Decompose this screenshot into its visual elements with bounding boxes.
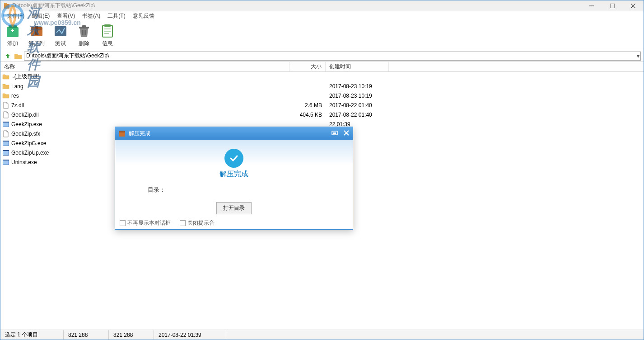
status-date: 2017-08-22 01:39: [154, 330, 226, 340]
file-type-icon: [2, 149, 9, 156]
file-row[interactable]: 7z.dll2.6 MB2017-08-22 01:40: [0, 100, 644, 110]
delete-button[interactable]: 删除: [76, 24, 92, 47]
file-row[interactable]: res2017-08-23 10:19: [0, 91, 644, 100]
checkbox-nosound[interactable]: 关闭提示音: [180, 219, 215, 227]
file-type-icon: [2, 130, 9, 137]
test-icon: [53, 24, 68, 39]
file-size: 404.5 KB: [289, 112, 326, 118]
status-size1: 821 288: [64, 330, 109, 340]
maximize-icon: [610, 4, 615, 8]
file-date: 2017-08-22 01:40: [326, 112, 389, 118]
statusbar: 选定 1 个项目 821 288 821 288 2017-08-22 01:3…: [0, 330, 644, 340]
svg-rect-33: [3, 151, 9, 155]
file-type-icon: [2, 121, 9, 128]
menu-edit[interactable]: 编辑(E): [28, 11, 53, 21]
file-size: 2.6 MB: [289, 102, 326, 109]
file-date: 2017-08-23 10:19: [326, 93, 389, 99]
file-type-icon: [2, 111, 9, 118]
dialog-footer: 不再显示本对话框 关闭提示音: [115, 217, 353, 229]
dialog-close-icon: [344, 130, 349, 136]
svg-rect-3: [4, 3, 7, 5]
minimize-button[interactable]: [581, 0, 602, 11]
path-input[interactable]: D:\tools\桌面\河东下载站\GeekZip\ ▾: [24, 52, 641, 61]
column-name[interactable]: 名称: [0, 62, 289, 71]
restore-icon: [331, 130, 338, 136]
dialog-restore-button[interactable]: [330, 129, 339, 137]
close-button[interactable]: [623, 0, 644, 11]
success-check-icon: [224, 149, 243, 168]
svg-rect-30: [3, 142, 9, 146]
up-arrow-icon: [4, 52, 11, 60]
svg-rect-14: [35, 26, 38, 35]
folder-icon: [14, 52, 22, 60]
checkbox-noshow[interactable]: 不再显示本对话框: [120, 219, 171, 227]
svg-rect-31: [3, 141, 9, 142]
status-selection: 选定 1 个项目: [0, 330, 64, 340]
checkbox-noshow-label: 不再显示本对话框: [127, 219, 171, 227]
titlebar: D:\tools\桌面\河东下载站\GeekZip\: [0, 0, 644, 11]
test-button[interactable]: 测试: [53, 24, 68, 47]
svg-rect-38: [119, 132, 125, 137]
minimize-icon: [589, 4, 594, 8]
info-button[interactable]: 信息: [100, 24, 115, 47]
menu-file[interactable]: 文件(F): [3, 11, 28, 21]
svg-rect-22: [104, 24, 111, 27]
file-type-icon: [2, 102, 9, 109]
svg-rect-27: [3, 123, 9, 127]
svg-rect-2: [4, 4, 9, 9]
add-button[interactable]: 添加: [5, 24, 20, 47]
info-icon: [100, 24, 115, 39]
svg-rect-39: [119, 131, 125, 132]
up-directory-button[interactable]: [3, 52, 12, 61]
maximize-button[interactable]: [602, 0, 623, 11]
open-directory-button[interactable]: 打开目录: [216, 202, 252, 214]
close-icon: [631, 4, 635, 8]
file-name: res: [11, 93, 289, 99]
file-date: 2017-08-22 01:40: [326, 102, 389, 109]
checkbox-nosound-label: 关闭提示音: [187, 219, 215, 227]
checkbox-box-icon: [120, 220, 126, 226]
file-type-icon: [2, 92, 9, 99]
add-label: 添加: [7, 40, 18, 47]
file-row[interactable]: ..(上级目录): [0, 72, 644, 81]
svg-rect-5: [610, 4, 615, 8]
svg-rect-36: [3, 161, 9, 165]
menu-bookmarks[interactable]: 书签(A): [79, 11, 104, 21]
extract-button[interactable]: 解压到: [28, 24, 45, 47]
svg-rect-34: [3, 150, 9, 151]
column-created[interactable]: 创建时间: [326, 62, 389, 71]
menu-view[interactable]: 查看(V): [53, 11, 79, 21]
svg-rect-10: [12, 29, 13, 32]
extract-icon: [29, 24, 44, 39]
column-headers: 名称 大小 创建时间: [0, 62, 644, 72]
dialog-close-button[interactable]: [342, 129, 351, 137]
extract-complete-dialog: 解压完成 解压完成 目录： 打开目录 不再显示本对话框 关闭提示音: [115, 127, 353, 230]
file-row[interactable]: GeekZip.dll404.5 KB2017-08-22 01:40: [0, 110, 644, 119]
status-size2: 821 288: [109, 330, 154, 340]
dialog-dir-label: 目录：: [148, 186, 165, 194]
path-dropdown-button[interactable]: ▾: [637, 53, 639, 59]
file-type-icon: [2, 140, 9, 147]
dialog-titlebar[interactable]: 解压完成: [115, 127, 353, 140]
checkbox-box-icon: [180, 220, 186, 226]
svg-rect-28: [3, 122, 9, 123]
file-name: GeekZip.dll: [11, 112, 289, 118]
menu-tools[interactable]: 工具(T): [104, 11, 129, 21]
file-name: Lang: [11, 83, 289, 90]
menu-feedback[interactable]: 意见反馈: [129, 11, 158, 21]
svg-rect-11: [9, 25, 17, 28]
svg-rect-37: [3, 160, 9, 161]
menubar: 文件(F) 编辑(E) 查看(V) 书签(A) 工具(T) 意见反馈: [0, 11, 644, 21]
info-label: 信息: [102, 40, 113, 47]
column-size[interactable]: 大小: [289, 62, 326, 71]
file-row[interactable]: Lang2017-08-23 10:19: [0, 81, 644, 91]
svg-rect-41: [333, 132, 336, 134]
dialog-app-icon: [118, 129, 126, 137]
extract-label: 解压到: [28, 40, 45, 47]
file-type-icon: [2, 73, 9, 80]
delete-label: 删除: [79, 40, 89, 47]
dialog-message: 解压完成: [115, 170, 353, 179]
file-name: ..(上级目录): [11, 73, 289, 80]
file-type-icon: [2, 83, 9, 90]
test-label: 测试: [55, 40, 66, 47]
